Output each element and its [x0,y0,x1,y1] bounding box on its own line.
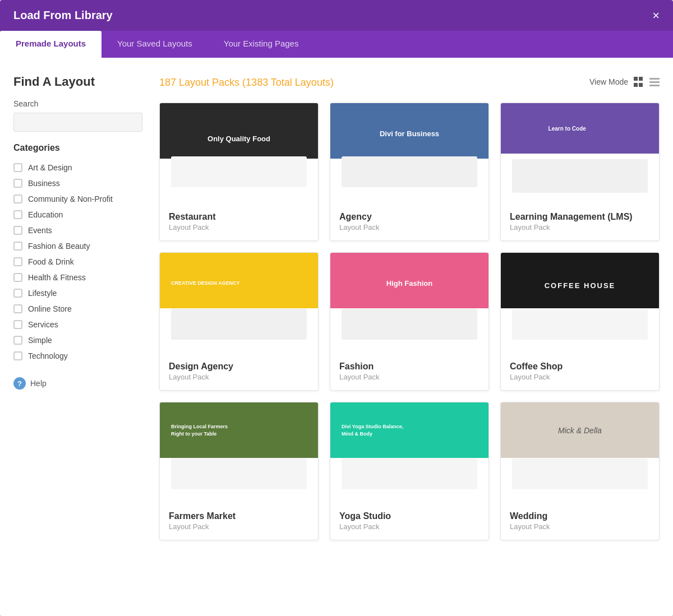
main-content: 187 Layout Packs (1383 Total Layouts) Vi… [159,75,660,540]
card-thumbnail-yoga-studio [330,402,488,503]
category-checkbox-community[interactable] [13,194,22,203]
help-label: Help [30,379,47,388]
view-mode-control: View Mode [589,77,660,87]
close-button[interactable]: × [652,10,660,22]
category-item-health[interactable]: Health & Fitness [13,270,142,285]
card-name-wedding: Wedding [510,511,650,521]
sidebar: Find A Layout Search Categories Art & De… [13,75,142,540]
modal-title: Load From Library [13,9,113,22]
card-thumbnail-farmers-market [160,402,318,503]
card-name-farmers-market: Farmers Market [169,511,309,521]
card-thumbnail-wedding [501,402,659,503]
help-icon: ? [13,377,26,390]
card-image-restaurant [160,103,318,204]
card-info-fashion: Fashion Layout Pack [330,354,488,390]
category-item-community[interactable]: Community & Non-Profit [13,191,142,207]
category-checkbox-services[interactable] [13,320,22,329]
category-checkbox-technology[interactable] [13,351,22,360]
tab-existing[interactable]: Your Existing Pages [208,31,315,58]
layout-card-design-agency[interactable]: Design Agency Layout Pack [159,252,319,391]
category-item-lifestyle[interactable]: Lifestyle [13,285,142,301]
category-item-events[interactable]: Events [13,223,142,238]
tab-bar: Premade Layouts Your Saved Layouts Your … [0,31,673,58]
category-item-business[interactable]: Business [13,175,142,191]
card-type-farmers-market: Layout Pack [169,522,309,531]
category-checkbox-art[interactable] [13,163,22,172]
card-thumbnail-design-agency [160,253,318,354]
category-checkbox-fashion[interactable] [13,242,22,251]
grid-view-button[interactable] [634,77,644,87]
card-thumbnail-coffee-shop [501,253,659,354]
category-checkbox-health[interactable] [13,273,22,282]
search-input[interactable] [13,113,142,132]
category-checkbox-education[interactable] [13,210,22,219]
card-name-yoga-studio: Yoga Studio [339,511,480,521]
category-item-online-store[interactable]: Online Store [13,301,142,317]
category-label-services: Services [28,320,58,329]
card-image-coffee-shop [501,253,659,354]
layout-card-lms[interactable]: Learning Management (LMS) Layout Pack [500,103,660,241]
category-item-technology[interactable]: Technology [13,348,142,364]
card-info-wedding: Wedding Layout Pack [501,503,659,540]
card-info-restaurant: Restaurant Layout Pack [160,204,318,240]
tab-premade[interactable]: Premade Layouts [0,31,102,58]
category-checkbox-business[interactable] [13,179,22,188]
category-item-services[interactable]: Services [13,317,142,332]
card-info-design-agency: Design Agency Layout Pack [160,354,318,390]
help-button[interactable]: ? Help [13,377,142,390]
layout-card-wedding[interactable]: Wedding Layout Pack [500,402,660,540]
layout-card-fashion[interactable]: Fashion Layout Pack [330,252,489,391]
layout-card-yoga-studio[interactable]: Yoga Studio Layout Pack [330,402,489,540]
list-view-button[interactable] [649,77,660,87]
category-item-simple[interactable]: Simple [13,332,142,348]
content-area: Find A Layout Search Categories Art & De… [0,58,673,557]
view-mode-label: View Mode [589,77,628,86]
category-checkbox-events[interactable] [13,226,22,235]
category-label-events: Events [28,226,52,235]
card-image-agency [330,103,488,204]
card-image-farmers-market [160,402,318,503]
layout-card-coffee-shop[interactable]: Coffee Shop Layout Pack [500,252,660,391]
card-info-agency: Agency Layout Pack [330,204,488,240]
card-type-restaurant: Layout Pack [169,223,309,231]
card-type-fashion: Layout Pack [339,373,480,381]
card-info-coffee-shop: Coffee Shop Layout Pack [501,354,659,390]
category-checkbox-online-store[interactable] [13,304,22,313]
category-checkbox-food[interactable] [13,257,22,266]
category-label-online-store: Online Store [28,304,72,313]
category-item-education[interactable]: Education [13,207,142,223]
tab-saved[interactable]: Your Saved Layouts [102,31,208,58]
card-type-design-agency: Layout Pack [169,373,309,381]
card-image-fashion [330,253,488,354]
card-image-design-agency [160,253,318,354]
sidebar-title: Find A Layout [13,75,142,89]
layout-card-agency[interactable]: Agency Layout Pack [330,103,489,241]
category-item-art[interactable]: Art & Design [13,160,142,175]
layout-grid: Restaurant Layout Pack Agency Layout Pac… [159,103,660,540]
category-checkbox-lifestyle[interactable] [13,289,22,298]
card-type-wedding: Layout Pack [510,522,650,531]
category-checkbox-simple[interactable] [13,336,22,345]
card-type-agency: Layout Pack [339,223,480,231]
category-label-fashion: Fashion & Beauty [28,242,90,251]
card-type-lms: Layout Pack [510,223,650,231]
categories-title: Categories [13,143,142,153]
card-name-fashion: Fashion [339,362,480,372]
card-type-coffee-shop: Layout Pack [510,373,650,381]
card-type-yoga-studio: Layout Pack [339,522,480,531]
category-item-food[interactable]: Food & Drink [13,254,142,270]
category-label-technology: Technology [28,351,68,360]
modal-header: Load From Library × [0,0,673,31]
layout-card-farmers-market[interactable]: Farmers Market Layout Pack [159,402,319,540]
card-thumbnail-agency [330,103,488,204]
layout-card-restaurant[interactable]: Restaurant Layout Pack [159,103,319,241]
card-name-lms: Learning Management (LMS) [510,212,650,222]
card-info-lms: Learning Management (LMS) Layout Pack [501,204,659,240]
categories-list: Art & Design Business Community & Non-Pr… [13,160,142,364]
category-item-fashion[interactable]: Fashion & Beauty [13,238,142,254]
card-thumbnail-restaurant [160,103,318,204]
card-name-design-agency: Design Agency [169,362,309,372]
category-label-art: Art & Design [28,163,72,172]
modal: Load From Library × Premade Layouts Your… [0,0,673,616]
card-name-restaurant: Restaurant [169,212,309,222]
